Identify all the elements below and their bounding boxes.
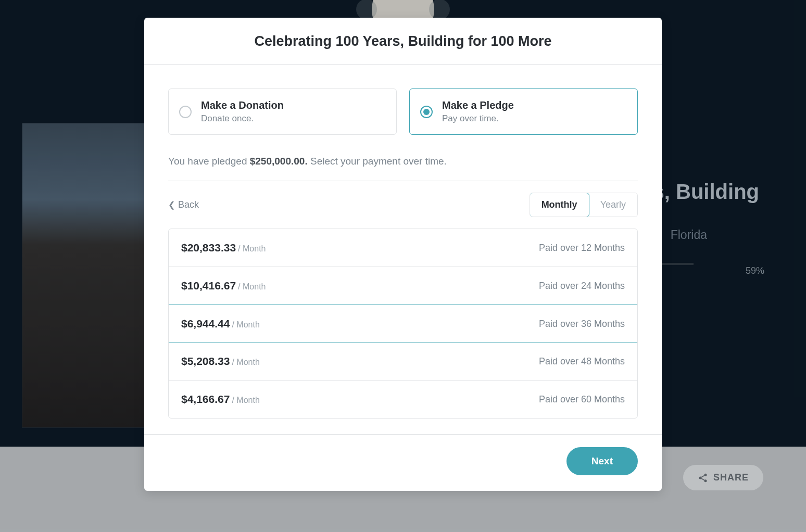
plan-per: / Month [238, 244, 266, 253]
plan-amount: $10,416.67 [181, 280, 236, 292]
next-button[interactable]: Next [566, 447, 638, 475]
donation-option-card[interactable]: Make a Donation Donate once. [168, 88, 397, 135]
plan-amount: $5,208.33 [181, 355, 230, 367]
donation-option-subtitle: Donate once. [201, 113, 284, 124]
plan-per: / Month [238, 282, 266, 291]
chevron-left-icon: ❮ [168, 200, 175, 210]
plan-per: / Month [232, 358, 259, 366]
plan-amount: $20,833.33 [181, 242, 236, 254]
tab-monthly[interactable]: Monthly [530, 193, 589, 217]
nav-row: ❮ Back Monthly Yearly [168, 193, 638, 217]
divider [168, 181, 638, 181]
payment-plan-option[interactable]: $20,833.33/ Month Paid over 12 Months [169, 229, 637, 267]
radio-icon [179, 106, 192, 118]
modal-title: Celebrating 100 Years, Building for 100 … [144, 18, 662, 65]
plan-per: / Month [232, 320, 259, 329]
plan-term: Paid over 24 Months [539, 281, 625, 292]
radio-icon [420, 106, 433, 118]
plan-term: Paid over 60 Months [539, 394, 625, 405]
plan-term: Paid over 12 Months [539, 243, 625, 254]
pledge-option-subtitle: Pay over time. [442, 113, 514, 124]
plan-amount: $6,944.44 [181, 318, 230, 330]
payment-plan-option[interactable]: $6,944.44/ Month Paid over 36 Months [168, 305, 638, 343]
payment-plan-option[interactable]: $10,416.67/ Month Paid over 24 Months [169, 267, 637, 305]
pledge-suffix: Select your payment over time. [308, 156, 447, 167]
donation-type-toggle: Make a Donation Donate once. Make a Pled… [168, 88, 638, 135]
pledge-option-card[interactable]: Make a Pledge Pay over time. [409, 88, 638, 135]
tab-yearly[interactable]: Yearly [589, 193, 637, 217]
plan-per: / Month [232, 396, 259, 404]
modal-body: Make a Donation Donate once. Make a Pled… [144, 65, 662, 434]
pledge-summary: You have pledged $250,000.00. Select you… [168, 156, 638, 167]
donation-option-title: Make a Donation [201, 99, 284, 111]
back-label: Back [178, 199, 199, 210]
back-button[interactable]: ❮ Back [168, 199, 199, 210]
payment-plan-option[interactable]: $4,166.67/ Month Paid over 60 Months [169, 381, 637, 418]
plan-term: Paid over 36 Months [539, 319, 625, 330]
plan-term: Paid over 48 Months [539, 356, 625, 367]
pledge-amount: $250,000.00. [250, 156, 308, 167]
pledge-option-title: Make a Pledge [442, 99, 514, 111]
donation-modal: Celebrating 100 Years, Building for 100 … [144, 18, 662, 491]
frequency-tabs: Monthly Yearly [530, 193, 638, 217]
modal-footer: Next [144, 434, 662, 491]
pledge-prefix: You have pledged [168, 156, 250, 167]
payment-plan-list: $20,833.33/ Month Paid over 12 Months $1… [168, 229, 638, 419]
plan-amount: $4,166.67 [181, 393, 230, 405]
payment-plan-option[interactable]: $5,208.33/ Month Paid over 48 Months [169, 343, 637, 381]
